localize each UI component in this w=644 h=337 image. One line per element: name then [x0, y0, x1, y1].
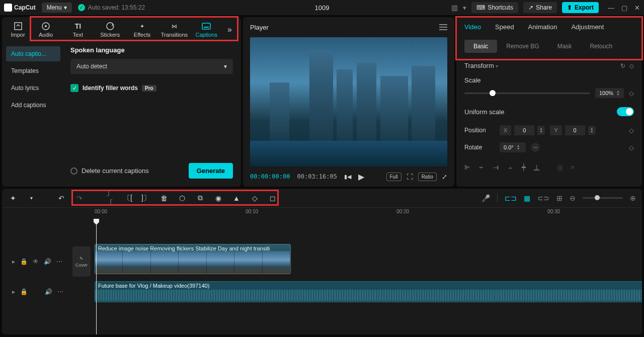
nav-captions[interactable]: Captions [190, 17, 222, 42]
pos-y-input[interactable]: Y 0 ▲▼ [550, 125, 595, 135]
zoom-slider[interactable] [583, 197, 623, 199]
keyframe-icon[interactable]: ◇ [629, 144, 634, 151]
trim-right-icon[interactable]: ]〕 [141, 194, 151, 203]
align-center-v-icon[interactable]: ┿ [522, 163, 526, 171]
fullscreen-icon[interactable]: ⤢ [442, 173, 447, 181]
duplicate-icon[interactable]: ⧉ [195, 194, 205, 202]
full-button[interactable]: Full [386, 173, 401, 181]
menu-button[interactable]: Menu ▾ [42, 3, 72, 13]
scale-slider[interactable] [464, 93, 590, 94]
snap-icon[interactable]: ▦ [524, 194, 530, 202]
distribute-h-icon[interactable]: ||| [557, 163, 562, 171]
subtab-retouch[interactable]: Retouch [581, 40, 621, 53]
close-icon[interactable]: ✕ [634, 4, 640, 12]
subtab-basic[interactable]: Basic [464, 40, 497, 53]
export-button[interactable]: ⬆ Export [562, 2, 599, 13]
chevron-down-icon[interactable]: ▾ [26, 195, 36, 201]
preview-icon[interactable]: ⊞ [556, 194, 562, 202]
subtab-removebg[interactable]: Remove BG [497, 40, 548, 53]
align-center-h-icon[interactable]: ⫟ [478, 163, 485, 171]
minimize-icon[interactable]: — [608, 4, 614, 12]
more-icon[interactable]: ⋯ [57, 288, 63, 295]
shortcuts-button[interactable]: ⌨ Shortcuts [471, 2, 518, 13]
align-top-icon[interactable]: ⫠ [507, 163, 514, 171]
filler-checkbox[interactable]: ✓ [70, 84, 78, 92]
player-menu-icon[interactable] [439, 24, 447, 30]
play-icon[interactable]: ▶ [358, 172, 364, 182]
stepper-icon[interactable]: ▲▼ [616, 90, 620, 96]
frame-icon[interactable]: ⛶ [407, 173, 413, 181]
player-viewport[interactable] [250, 37, 447, 166]
uniform-toggle[interactable] [617, 107, 634, 116]
sub-auto-captions[interactable]: Auto captio... [6, 46, 60, 61]
delete-icon[interactable]: 🗑 [159, 194, 169, 202]
audio-clip[interactable]: Future base for Vlog / Makeup video(3971… [95, 281, 642, 302]
scale-value[interactable]: 100%▲▼ [595, 88, 624, 98]
align-left-icon[interactable]: ⊫ [464, 163, 470, 171]
nav-audio[interactable]: Audio [30, 17, 62, 42]
align-right-icon[interactable]: ⫣ [493, 163, 499, 171]
eye-icon[interactable]: 👁 [33, 258, 39, 265]
tab-video[interactable]: Video [464, 23, 481, 31]
pointer-tool-icon[interactable]: ✦ [8, 194, 18, 202]
tab-adjustment[interactable]: Adjustment [571, 23, 604, 31]
tab-animation[interactable]: Animation [528, 23, 557, 31]
subtab-mask[interactable]: Mask [548, 40, 581, 53]
ratio-button[interactable]: Ratio [418, 173, 437, 181]
link-icon[interactable]: ⊂⊃ [537, 194, 549, 202]
nav-text[interactable]: TI Text [62, 17, 94, 42]
crop-icon[interactable]: ◻ [268, 194, 278, 202]
magnet-icon[interactable]: ⊏⊐ [505, 194, 517, 202]
collapse-icon[interactable]: ▸ [12, 258, 15, 265]
stepper-icon[interactable]: ▲▼ [517, 144, 520, 150]
sub-auto-lyrics[interactable]: Auto lyrics [6, 80, 60, 96]
nav-effects[interactable]: ✦ Effects [126, 17, 158, 42]
nav-stickers[interactable]: Stickers [94, 17, 126, 42]
collapse-icon[interactable]: ▸ [12, 288, 15, 295]
trim-left-icon[interactable]: 〔[ [123, 194, 133, 203]
zoom-out-icon[interactable]: ⊖ [570, 194, 576, 202]
marker-icon[interactable]: ⬡ [177, 194, 187, 202]
rotate-icon[interactable]: ◇ [250, 194, 260, 202]
reset-icon[interactable]: ↻ [620, 62, 625, 69]
pos-x-input[interactable]: X 0 ▲▼ [500, 125, 545, 135]
cover-button[interactable]: ✎ Cover [72, 246, 91, 277]
rotate-dial-icon[interactable]: − [531, 143, 540, 152]
more-icon[interactable]: ⋯ [56, 258, 62, 265]
split-icon[interactable]: 〕〔 [105, 189, 115, 207]
lang-select[interactable]: Auto detect ▾ [70, 59, 233, 74]
stepper-icon[interactable]: ▲▼ [537, 126, 545, 135]
sub-add-captions[interactable]: Add captions [6, 98, 60, 113]
mute-icon[interactable]: 🔊 [44, 258, 51, 265]
redo-icon[interactable]: ↷ [74, 194, 85, 202]
share-button[interactable]: ↗ Share [523, 2, 557, 13]
align-bottom-icon[interactable]: ⊥ [534, 163, 539, 171]
undo-icon[interactable]: ↶ [56, 194, 66, 202]
delete-captions-row[interactable]: Delete current captions [70, 167, 149, 175]
step-back-icon[interactable]: ▮◀ [344, 174, 351, 180]
generate-button[interactable]: Generate [189, 163, 233, 179]
zoom-in-icon[interactable]: ⊕ [630, 194, 636, 202]
reverse-icon[interactable]: ◉ [213, 194, 223, 202]
chevron-down-icon[interactable]: ▾ [496, 63, 498, 69]
nav-transitions[interactable]: ⋈ Transitions [158, 17, 190, 42]
keyframe-nav-icon[interactable]: ◇ [629, 62, 634, 69]
nav-more-icon[interactable]: » [222, 25, 237, 34]
project-name[interactable]: 1009 [315, 4, 330, 12]
mirror-icon[interactable]: ▲ [231, 194, 242, 202]
layout-icon[interactable]: ▥ [451, 4, 458, 12]
tab-speed[interactable]: Speed [495, 23, 514, 31]
chevron-down-icon[interactable]: ▾ [463, 4, 466, 12]
mic-icon[interactable]: 🎤 [481, 194, 490, 202]
distribute-v-icon[interactable]: ≡ [571, 163, 575, 171]
timeline-ruler[interactable]: 00:00 00:10 00:20 00:30 [2, 208, 642, 219]
keyframe-icon[interactable]: ◇ [629, 90, 634, 97]
video-clip[interactable]: Reduce image noise Removing flickers Sta… [95, 244, 291, 274]
maximize-icon[interactable]: ▢ [621, 4, 627, 12]
playhead[interactable] [96, 219, 97, 334]
stepper-icon[interactable]: ▲▼ [588, 126, 596, 135]
lock-icon[interactable]: 🔒 [20, 258, 28, 265]
nav-import[interactable]: Impor [6, 17, 30, 42]
mute-icon[interactable]: 🔊 [45, 288, 52, 295]
keyframe-icon[interactable]: ◇ [629, 127, 634, 134]
